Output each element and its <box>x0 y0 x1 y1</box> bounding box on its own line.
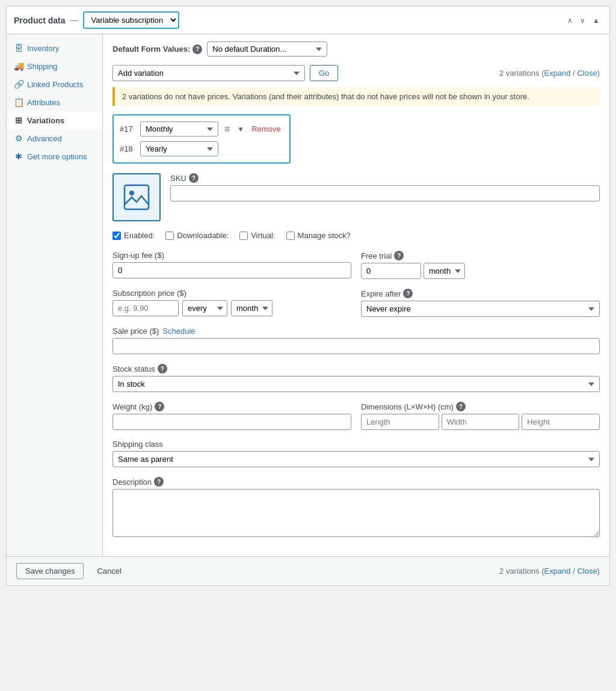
height-input[interactable] <box>522 414 600 430</box>
subscription-price-label: Subscription price ($) <box>112 289 351 298</box>
remove-button-17[interactable]: Remove <box>249 123 283 135</box>
sidebar-label-inventory: Inventory <box>27 44 59 53</box>
go-button[interactable]: Go <box>310 65 338 81</box>
sidebar-item-inventory[interactable]: 🗄 Inventory <box>7 39 102 57</box>
width-input[interactable] <box>442 414 520 430</box>
stock-status-help-icon[interactable]: ? <box>158 364 167 373</box>
dimensions-help-icon[interactable]: ? <box>456 402 466 411</box>
weight-input[interactable] <box>112 414 351 430</box>
dimensions-label: Dimensions (L×W×H) (cm) ? <box>361 402 600 411</box>
expire-after-select[interactable]: Never expire 1 month 3 months 6 months 1… <box>361 301 600 317</box>
signup-fee-label: Sign-up fee ($) <box>112 251 351 260</box>
weight-help-icon[interactable]: ? <box>155 402 164 411</box>
sidebar-item-variations[interactable]: ⊞ Variations <box>7 111 102 129</box>
signup-fee-input[interactable] <box>112 262 351 278</box>
product-image-placeholder[interactable] <box>112 173 161 221</box>
sku-label: SKU ? <box>170 173 199 183</box>
add-variation-row: Add variation Create variations from all… <box>112 65 600 81</box>
shipping-icon: 🚚 <box>14 61 23 71</box>
subscription-price-input[interactable] <box>112 300 179 316</box>
signup-fee-group: Sign-up fee ($) <box>112 251 351 279</box>
header-arrows: ∧ ∨ ▲ <box>565 15 602 26</box>
variation-select-18[interactable]: Monthly Yearly <box>140 141 218 156</box>
cancel-button[interactable]: Cancel <box>88 563 129 579</box>
subscription-period-select[interactable]: month day week year <box>231 300 273 316</box>
footer-row: Save changes Cancel 2 variations (Expand… <box>7 556 609 585</box>
default-form-help-icon[interactable]: ? <box>192 45 202 54</box>
arrow-down-icon[interactable]: ∨ <box>578 15 588 26</box>
free-trial-value-input[interactable] <box>361 263 421 279</box>
sidebar-item-attributes[interactable]: 📋 Attributes <box>7 93 102 111</box>
content-area: Default Form Values: ? No default Durati… <box>103 34 609 556</box>
sidebar-item-linked-products[interactable]: 🔗 Linked Products <box>7 75 102 93</box>
schedule-link[interactable]: Schedule <box>162 327 195 336</box>
variation-select-17[interactable]: Monthly Yearly <box>140 121 218 137</box>
sku-help-icon[interactable]: ? <box>189 173 199 183</box>
product-type-select[interactable]: Variable subscription Simple subscriptio… <box>83 11 179 29</box>
subscription-every-select[interactable]: every every 2 every 3 <box>182 300 227 316</box>
variations-icon: ⊞ <box>14 115 23 125</box>
stock-status-label: Stock status ? <box>112 364 167 373</box>
free-trial-label: Free trial ? <box>361 251 600 260</box>
sale-price-row: Sale price ($) Schedule <box>112 327 600 354</box>
stock-status-row: Stock status ? In stock Out of stock On … <box>112 364 600 392</box>
virtual-checkbox[interactable] <box>239 232 248 240</box>
linked-products-icon: 🔗 <box>14 79 23 89</box>
shipping-class-select[interactable]: Same as parent No shipping class <box>112 451 600 467</box>
sidebar-label-attributes: Attributes <box>27 98 60 107</box>
close-link[interactable]: Close <box>577 69 597 78</box>
arrow-collapse-icon[interactable]: ▲ <box>590 15 602 26</box>
footer-expand-link[interactable]: Expand <box>544 567 570 576</box>
variation-arrow-17[interactable]: ▼ <box>235 124 247 135</box>
variation-kebab-17[interactable]: ≡ <box>222 123 232 136</box>
subscription-price-inputs: every every 2 every 3 month day week yea… <box>112 300 351 316</box>
free-trial-group: Free trial ? month day week year <box>361 251 600 279</box>
arrow-up-icon[interactable]: ∧ <box>565 15 575 26</box>
sku-input[interactable] <box>170 185 600 201</box>
downloadable-checkbox-item[interactable]: Downloadable: <box>165 231 229 240</box>
description-group: Description ? <box>112 477 600 537</box>
default-form-select[interactable]: No default Duration... Monthly Yearly <box>207 41 327 57</box>
footer-variations-count: 2 variations (Expand / Close) <box>499 567 600 576</box>
stock-status-select[interactable]: In stock Out of stock On backorder <box>112 376 600 392</box>
weight-group: Weight (kg) ? <box>112 402 351 430</box>
sidebar-item-shipping[interactable]: 🚚 Shipping <box>7 57 102 75</box>
subscription-expire-row: Subscription price ($) every every 2 eve… <box>112 289 600 317</box>
description-textarea[interactable] <box>112 489 600 537</box>
manage-stock-checkbox-item[interactable]: Manage stock? <box>286 231 351 240</box>
weight-label: Weight (kg) ? <box>112 402 351 411</box>
save-changes-button[interactable]: Save changes <box>16 563 84 579</box>
image-placeholder-icon <box>123 184 150 210</box>
add-variation-select[interactable]: Add variation Create variations from all… <box>112 65 305 81</box>
sidebar-label-advanced: Advanced <box>27 134 62 143</box>
enabled-checkbox-item[interactable]: Enabled: <box>112 231 155 240</box>
sidebar-item-get-more-options[interactable]: ✱ Get more options <box>7 147 102 165</box>
stock-label-row: Stock status ? <box>112 364 600 373</box>
free-trial-period-select[interactable]: month day week year <box>424 263 465 279</box>
manage-stock-checkbox[interactable] <box>286 232 295 240</box>
length-input[interactable] <box>361 414 439 430</box>
expand-link[interactable]: Expand <box>544 69 570 78</box>
default-form-label: Default Form Values: ? <box>112 45 202 54</box>
sidebar-label-get-more-options: Get more options <box>27 152 87 161</box>
sale-price-input[interactable] <box>112 338 600 354</box>
description-row: Description ? <box>112 477 600 537</box>
shipping-class-label: Shipping class <box>112 440 600 449</box>
inventory-icon: 🗄 <box>14 43 23 53</box>
sidebar-label-linked-products: Linked Products <box>27 80 83 89</box>
free-trial-help-icon[interactable]: ? <box>394 251 404 260</box>
sidebar-item-advanced[interactable]: ⚙ Advanced <box>7 129 102 147</box>
checkboxes-row: Enabled: Downloadable: Virtual: Manage s… <box>112 231 600 240</box>
expire-after-label: Expire after ? <box>361 289 600 298</box>
expire-after-group: Expire after ? Never expire 1 month 3 mo… <box>361 289 600 317</box>
downloadable-checkbox[interactable] <box>165 232 174 240</box>
expire-after-help-icon[interactable]: ? <box>403 289 413 298</box>
variation-row-18: #18 Monthly Yearly <box>120 141 283 156</box>
attributes-icon: 📋 <box>14 97 23 107</box>
notice-bar: 2 variations do not have prices. Variati… <box>112 87 600 106</box>
enabled-checkbox[interactable] <box>112 232 121 240</box>
virtual-checkbox-item[interactable]: Virtual: <box>239 231 275 240</box>
description-help-icon[interactable]: ? <box>154 477 164 487</box>
sku-section: SKU ? <box>170 173 600 201</box>
footer-close-link[interactable]: Close <box>577 567 597 576</box>
